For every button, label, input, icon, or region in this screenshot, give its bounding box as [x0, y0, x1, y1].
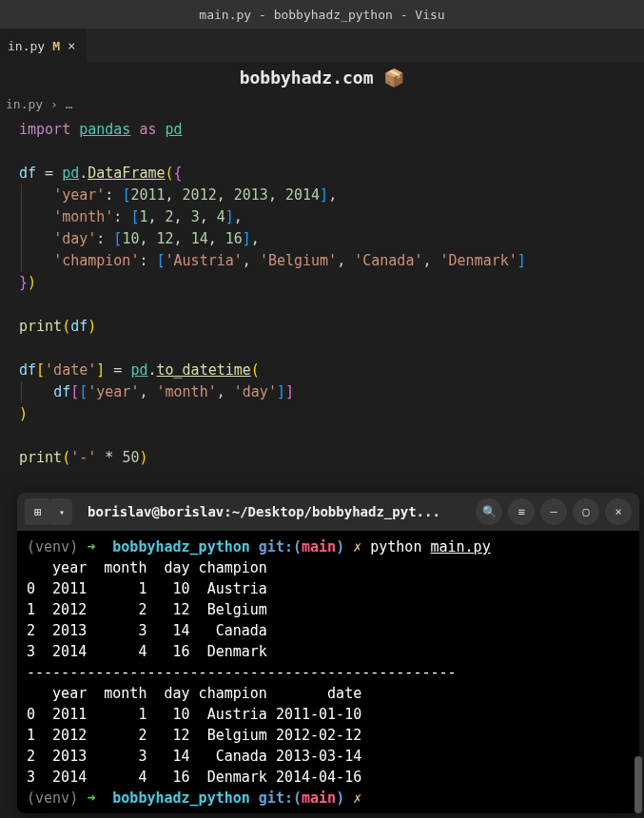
terminal-line: (venv) ➜ bobbyhadz_python git:(main) ✗	[27, 788, 630, 808]
search-icon[interactable]: 🔍	[476, 498, 502, 525]
terminal-output: 2 2013 3 14 Canada 2013-03-14	[27, 746, 630, 767]
close-icon[interactable]: ×	[68, 38, 75, 53]
code-line: 'day': [10, 12, 14, 16],	[19, 228, 625, 250]
minimize-icon[interactable]: –	[540, 498, 567, 525]
code-line	[19, 469, 625, 491]
terminal-new-tab-icon[interactable]: ⊞	[25, 498, 51, 525]
breadcrumb-file: in.py	[6, 97, 43, 111]
terminal-window: ⊞ ▾ borislav@borislav:~/Desktop/bobbyhad…	[17, 493, 639, 813]
code-line: import pandas as pd	[19, 119, 625, 141]
close-icon[interactable]: ×	[605, 498, 632, 525]
code-line	[19, 294, 625, 316]
terminal-output: 3 2014 4 16 Denmark	[27, 641, 630, 662]
site-banner: bobbyhadz.com 📦	[0, 62, 644, 93]
code-line: print('-' * 50)	[19, 447, 625, 469]
terminal-dropdown-icon[interactable]: ▾	[51, 498, 72, 525]
breadcrumb-sep: ›	[50, 97, 58, 111]
tab-bar: in.py M ×	[0, 29, 644, 62]
maximize-icon[interactable]: ▢	[573, 498, 599, 525]
code-line: df = pd.DataFrame({	[19, 163, 625, 185]
terminal-output: year month day champion	[27, 557, 630, 578]
code-line: 'year': [2011, 2012, 2013, 2014],	[19, 185, 625, 206]
terminal-output: year month day champion date	[27, 683, 630, 704]
terminal-titlebar: ⊞ ▾ borislav@borislav:~/Desktop/bobbyhad…	[17, 493, 639, 531]
code-line: print(df)	[19, 316, 625, 338]
tab-modified-indicator: M	[52, 39, 60, 53]
code-line: )	[19, 403, 625, 425]
code-editor[interactable]: import pandas as pd df = pd.DataFrame({ …	[0, 115, 644, 516]
terminal-output: ----------------------------------------…	[27, 662, 630, 683]
code-line	[19, 338, 625, 360]
terminal-output: 3 2014 4 16 Denmark 2014-04-16	[27, 767, 630, 788]
breadcrumb[interactable]: in.py › …	[0, 93, 644, 115]
code-line: })	[19, 272, 625, 294]
code-line	[19, 141, 625, 163]
window-title: main.py - bobbyhadz_python - Visu	[199, 8, 444, 22]
code-line: df['date'] = pd.to_datetime(	[19, 360, 625, 381]
terminal-output: 2 2013 3 14 Canada	[27, 620, 630, 641]
editor-tab[interactable]: in.py M ×	[0, 29, 87, 62]
terminal-line: (venv) ➜ bobbyhadz_python git:(main) ✗ p…	[27, 536, 630, 557]
terminal-title: borislav@borislav:~/Desktop/bobbyhadz_py…	[78, 504, 470, 519]
terminal-body[interactable]: (venv) ➜ bobbyhadz_python git:(main) ✗ p…	[17, 531, 639, 813]
banner-text: bobbyhadz.com 📦	[240, 68, 405, 88]
menu-icon[interactable]: ≡	[508, 498, 535, 525]
terminal-output: 0 2011 1 10 Austria	[27, 578, 630, 599]
terminal-output: 1 2012 2 12 Belgium 2012-02-12	[27, 725, 630, 746]
code-line: 'champion': ['Austria', 'Belgium', 'Cana…	[19, 250, 625, 272]
terminal-output: 0 2011 1 10 Austria 2011-01-10	[27, 704, 630, 725]
code-line: df[['year', 'month', 'day']]	[19, 381, 625, 403]
tab-filename: in.py	[8, 39, 45, 53]
window-title-bar: main.py - bobbyhadz_python - Visu	[0, 0, 644, 29]
terminal-output: 1 2012 2 12 Belgium	[27, 599, 630, 620]
breadcrumb-more: …	[66, 97, 73, 111]
scrollbar[interactable]	[634, 756, 642, 813]
code-line: 'month': [1, 2, 3, 4],	[19, 206, 625, 228]
code-line	[19, 425, 625, 447]
